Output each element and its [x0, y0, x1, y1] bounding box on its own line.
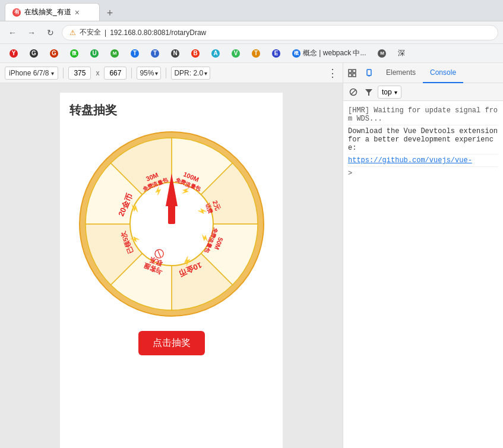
bookmark-g[interactable]: G — [45, 46, 63, 61]
svg-marker-33 — [365, 89, 372, 96]
bookmark-gai-label: 概念 | webpack 中... — [303, 48, 366, 58]
svg-rect-25 — [349, 70, 352, 72]
tab-title: 在线抽奖_有道 — [24, 7, 71, 17]
bookmark-u[interactable]: U — [86, 46, 103, 61]
bookmark-shen-label: 深 — [398, 48, 405, 58]
main-area: iPhone 6/7/8 x 95% DPR: 2.0 ⋮ 转盘抽奖 — [0, 63, 503, 448]
device-content: 转盘抽奖 — [0, 83, 343, 448]
page-title: 转盘抽奖 — [69, 102, 273, 118]
device-dropdown-icon — [51, 69, 54, 77]
zoom-value: 95% — [140, 69, 154, 77]
reload-button[interactable]: ↻ — [43, 25, 58, 40]
browser-tabs-bar: 有 在线抽奖_有道 × + — [0, 0, 503, 21]
bookmark-icon-v: V — [232, 49, 240, 58]
bookmark-icon-a: A — [211, 49, 220, 58]
bookmarks-bar: Y G G 微 U M T T N B A V T E 概 概念 | webpa… — [0, 44, 503, 63]
device-name: iPhone 6/7/8 — [9, 69, 49, 77]
console-filter-button[interactable] — [362, 86, 375, 99]
insecure-label: 不安全 — [80, 27, 101, 37]
bookmark-icon-map: M — [378, 49, 386, 58]
bookmark-shen[interactable]: 深 — [393, 46, 410, 61]
tab-favicon: 有 — [12, 8, 21, 17]
toolbar-more-button[interactable]: ⋮ — [327, 67, 338, 80]
svg-rect-27 — [349, 74, 352, 77]
console-text-2: Download the Vue Devtools extension for … — [348, 127, 498, 152]
bookmark-icon-wechat: 微 — [70, 49, 78, 58]
bookmark-e[interactable]: E — [267, 46, 285, 61]
bookmark-gai[interactable]: 概 概念 | webpack 中... — [287, 46, 371, 61]
svg-rect-30 — [368, 75, 370, 77]
bookmark-icon-b: B — [191, 49, 200, 58]
bookmark-icon-t2: T — [151, 49, 159, 58]
device-selector[interactable]: iPhone 6/7/8 — [5, 67, 58, 80]
x-label: x — [96, 69, 99, 77]
elements-tab-label: Elements — [386, 68, 416, 77]
console-line-2: Download the Vue Devtools extension for … — [348, 125, 498, 154]
spin-button[interactable]: 点击抽奖 — [138, 331, 205, 355]
devtools-panel: Elements Console top — [343, 63, 503, 448]
devtools-output: [HMR] Waiting for update signal from WDS… — [343, 101, 503, 448]
console-line-1: [HMR] Waiting for update signal from WDS… — [348, 105, 498, 125]
prompt-symbol: > — [348, 169, 352, 178]
svg-rect-24 — [168, 203, 175, 224]
console-link[interactable]: https://github.com/vuejs/vue- — [348, 156, 472, 165]
devtools-console-toolbar: top — [343, 83, 503, 101]
console-clear-button[interactable] — [347, 86, 360, 99]
bookmark-map[interactable]: M — [373, 46, 391, 61]
back-button[interactable]: ← — [5, 25, 20, 40]
bookmark-y[interactable]: Y — [5, 46, 23, 61]
top-selector[interactable]: top — [378, 86, 401, 99]
wheel-wrapper: 20金币 ⚡ 30M 免费流量包 ⚡ 100M 免费流量包 ⚡ — [77, 129, 267, 319]
height-input[interactable] — [104, 67, 126, 80]
wheel-svg: 20金币 ⚡ 30M 免费流量包 ⚡ 100M 免费流量包 ⚡ — [77, 129, 267, 319]
devtools-tabs-bar: Elements Console — [343, 63, 503, 83]
bookmark-b[interactable]: B — [186, 46, 204, 61]
console-tab-label: Console — [430, 68, 456, 77]
zoom-selector[interactable]: 95% — [137, 67, 161, 80]
toolbar-divider-2 — [131, 68, 132, 78]
bookmark-github[interactable]: G — [25, 46, 43, 61]
add-tab-button[interactable]: + — [102, 5, 118, 21]
bookmark-v[interactable]: V — [227, 46, 245, 61]
bookmark-a[interactable]: A — [207, 46, 224, 61]
lottery-container: 20金币 ⚡ 30M 免费流量包 ⚡ 100M 免费流量包 ⚡ — [60, 123, 283, 361]
bookmark-tri[interactable]: T — [247, 46, 265, 61]
top-selector-chevron — [394, 88, 397, 96]
bookmark-icon-ts: T — [131, 49, 139, 58]
bookmark-m[interactable]: M — [106, 46, 124, 61]
bookmark-icon-n: N — [171, 49, 179, 58]
svg-rect-29 — [367, 70, 371, 75]
tab-close-icon[interactable]: × — [75, 8, 80, 17]
bookmark-t2[interactable]: T — [146, 46, 164, 61]
svg-line-32 — [352, 90, 356, 94]
zoom-dropdown-icon — [155, 69, 158, 77]
console-line-3: https://github.com/vuejs/vue- — [348, 154, 498, 167]
dpr-value: DPR: 2.0 — [174, 69, 203, 77]
url-input[interactable]: ⚠ 不安全 | 192.168.0.80:8081/rotaryDraw — [62, 25, 498, 40]
address-bar: ← → ↻ ⚠ 不安全 | 192.168.0.80:8081/rotaryDr… — [0, 21, 503, 44]
bookmark-wechat[interactable]: 微 — [65, 46, 83, 61]
devtools-tab-console[interactable]: Console — [423, 63, 463, 83]
bookmark-ts[interactable]: T — [126, 46, 144, 61]
toolbar-divider-3 — [166, 68, 166, 78]
devtools-inspect-button[interactable] — [343, 64, 361, 82]
width-input[interactable] — [68, 67, 91, 80]
svg-rect-28 — [353, 74, 356, 77]
bookmark-icon-y: Y — [10, 49, 18, 58]
device-panel: iPhone 6/7/8 x 95% DPR: 2.0 ⋮ 转盘抽奖 — [0, 63, 343, 448]
warning-icon: ⚠ — [69, 29, 76, 37]
dpr-dropdown-icon — [204, 69, 207, 77]
top-selector-value: top — [382, 88, 392, 96]
address-url: 192.168.0.80:8081/rotaryDraw — [110, 29, 206, 37]
forward-button[interactable]: → — [24, 25, 39, 40]
dpr-selector[interactable]: DPR: 2.0 — [171, 67, 210, 80]
console-text-1: [HMR] Waiting for update signal from WDS… — [348, 106, 498, 123]
bookmark-icon-e: E — [272, 49, 280, 58]
active-tab[interactable]: 有 在线抽奖_有道 × — [5, 3, 100, 21]
devtools-device-button[interactable] — [361, 64, 379, 82]
device-toolbar: iPhone 6/7/8 x 95% DPR: 2.0 ⋮ — [0, 63, 343, 83]
devtools-tab-elements[interactable]: Elements — [379, 63, 423, 83]
bookmark-n[interactable]: N — [166, 46, 184, 61]
console-prompt-line[interactable]: > — [348, 167, 498, 180]
bookmark-icon-gai: 概 — [292, 49, 300, 58]
